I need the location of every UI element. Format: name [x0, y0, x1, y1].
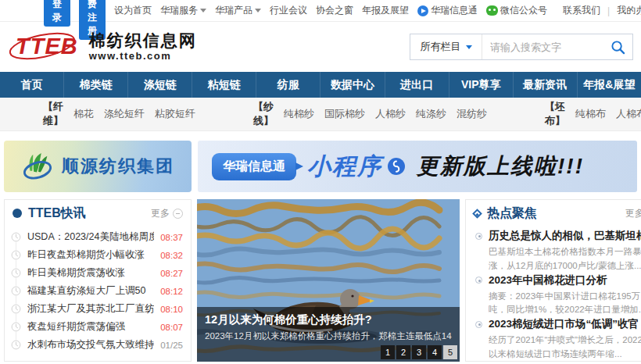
subnav-link-blended-yarn[interactable]: 混纺纱	[457, 107, 487, 121]
slider-pagination: 1 2 3 4 5	[381, 345, 457, 359]
miniprogram-ad-banner[interactable]: 华瑞信息通 小程序 更新版上线啦!!!	[198, 141, 637, 192]
login-button[interactable]: 登录	[44, 0, 70, 27]
set-homepage-link[interactable]: 设为首页	[114, 4, 152, 17]
nav-item-annual-outlook[interactable]: 年报&展望	[578, 72, 641, 98]
news-item[interactable]: 昨日美棉期货震荡收涨 08:27	[11, 264, 183, 282]
pager-page[interactable]: 3	[412, 345, 426, 359]
clock-icon	[11, 286, 21, 296]
nav-item-cotton-chain[interactable]: 棉类链	[64, 72, 128, 98]
nav-item-import-export[interactable]: 进出口	[385, 72, 449, 98]
focus-item[interactable]: 2023棉短绒进口市场“低调”收官 经历了2021年“井喷式”增长之后，2022…	[475, 317, 641, 362]
bullet-icon	[475, 277, 482, 284]
search-input[interactable]	[482, 41, 603, 53]
nav-item-vip[interactable]: VIP尊享	[449, 72, 514, 98]
subnav-link-intl-cotton-yarn[interactable]: 国际棉纱	[324, 107, 365, 121]
news-item[interactable]: 水刺布市场交投气氛大致维持 01/25	[11, 336, 183, 354]
focus-item[interactable]: 2023年中国棉花进口分析 摘要：2023年中国累计进口棉花195万吨，同比增1…	[475, 273, 641, 318]
search-icon	[611, 40, 625, 55]
huarui-products-menu[interactable]: 华瑞产品	[215, 4, 261, 17]
subnav-link-cotton-yarn[interactable]: 纯棉纱	[284, 107, 314, 121]
news-item[interactable]: 昨日夜盘郑棉期货小幅收涨 08:32	[11, 246, 183, 264]
news-item[interactable]: USDA：2023/24美陆地棉周度 08:37	[11, 228, 183, 246]
miniprogram-icon	[387, 157, 406, 176]
huarui-services-menu[interactable]: 华瑞服务	[160, 4, 206, 17]
focus-title-text: 2023年中国棉花进口分析	[489, 273, 607, 287]
pager-page[interactable]: 2	[396, 345, 410, 359]
news-time: 01/25	[160, 341, 183, 350]
annual-report-link[interactable]: 年报及展望	[362, 4, 409, 17]
pager-page[interactable]: 4	[428, 345, 442, 359]
chevron-down-icon	[200, 9, 206, 12]
news-time: 08:12	[160, 287, 183, 296]
news-time: 08:10	[160, 305, 183, 314]
contact-us-link[interactable]: 联系我们	[556, 4, 607, 17]
nav-item-polyester-chain[interactable]: 涤短链	[128, 72, 192, 98]
shunyuan-ad-banner[interactable]: 顺源纺织集团	[4, 141, 192, 192]
nav-item-latest-news[interactable]: 最新资讯	[514, 72, 578, 98]
association-window-link[interactable]: 协会之窗	[316, 4, 353, 17]
focus-title-text: 历史总是惊人的相似，巴基斯坦棉...	[489, 229, 641, 243]
slide-title[interactable]: 12月以来为何棉价重心持续抬升?	[205, 312, 452, 327]
subnav-link-cotton-fabric[interactable]: 纯棉布	[575, 107, 606, 121]
site-logo[interactable]: TTEB 棉纺织信息网 www.tteb.com	[11, 31, 197, 62]
quick-news-more-link[interactable]: 更多	[151, 207, 183, 220]
huarui-info-app-link[interactable]: 华瑞信息通	[417, 4, 478, 17]
wechat-icon	[486, 5, 498, 16]
subnav-link-cotton[interactable]: 棉花	[73, 107, 94, 121]
news-text: 昨日夜盘郑棉期货小幅收涨	[27, 248, 154, 262]
huarui-products-label: 华瑞产品	[215, 4, 252, 17]
target-diamond-icon	[472, 209, 482, 219]
bullet-icon	[475, 233, 482, 240]
page-root: { "topbar": { "login": "登录", "register":…	[0, 0, 641, 364]
subnav-link-viscose-staple[interactable]: 粘胶短纤	[155, 107, 195, 121]
pager-page[interactable]: 1	[381, 345, 395, 359]
news-text: 福建某直纺涤短大厂上调50	[27, 284, 154, 298]
hot-focus-title: 热点聚焦	[487, 205, 537, 222]
subnav-link-polyester-staple[interactable]: 涤纶短纤	[104, 107, 145, 121]
nav-item-viscose-chain[interactable]: 粘短链	[192, 72, 256, 98]
subnav-group-fiber: 【纤维】 棉花 涤纶短纤 粘胶短纤	[43, 100, 195, 128]
news-item[interactable]: 福建某直纺涤短大厂上调50 08:12	[11, 282, 183, 300]
search-category-select[interactable]: 所有栏目	[410, 34, 482, 59]
subnav-link-rayon-fabric[interactable]: 人棉布	[616, 107, 641, 121]
focus-item[interactable]: 历史总是惊人的相似，巴基斯坦棉... 巴基斯坦本土棉花价格指数本月一路暴涨，从1…	[475, 229, 641, 273]
category-strip: 【纤维】 棉花 涤纶短纤 粘胶短纤 【纱线】 纯棉纱 国际棉纱 人棉纱 纯涤纱 …	[0, 98, 641, 131]
topbar-right-links: 联系我们 | 我的办公室 | ENGLISH	[556, 4, 641, 17]
nav-item-data-center[interactable]: 数据中心	[320, 72, 385, 98]
quick-news-header: TTEB快讯 更多	[5, 200, 191, 227]
more-label: 更多	[625, 207, 641, 220]
logo-swoosh	[6, 29, 78, 63]
main-nav: 首页 棉类链 涤短链 粘短链 纺服 数据中心 进出口 VIP尊享 最新资讯 年报…	[0, 72, 641, 98]
industry-conference-link[interactable]: 行业会议	[270, 4, 307, 17]
search-button[interactable]	[603, 34, 632, 59]
news-item[interactable]: 夜盘短纤期货震荡偏强 08:07	[11, 318, 183, 336]
shunyuan-logo-icon	[21, 152, 54, 181]
focus-item-title: 2023棉短绒进口市场“低调”收官	[475, 317, 641, 331]
chevron-down-icon	[466, 45, 472, 49]
nav-item-apparel[interactable]: 纺服	[256, 72, 320, 98]
clock-icon	[11, 232, 21, 242]
news-text: 夜盘短纤期货震荡偏强	[27, 320, 154, 334]
miniprogram-banner-tag: 华瑞信息通	[212, 153, 296, 180]
quick-news-title: TTEB快讯	[28, 205, 86, 222]
news-time: 08:32	[160, 251, 183, 260]
subnav-link-polyester-yarn[interactable]: 纯涤纱	[416, 107, 446, 121]
subnav-link-rayon-yarn[interactable]: 人棉纱	[375, 107, 406, 121]
panel-dot-icon	[13, 209, 22, 218]
news-item[interactable]: 浙江某大厂及其苏北工厂直纺涤 08:10	[11, 300, 183, 318]
chevron-down-icon	[255, 9, 261, 12]
content-row: TTEB快讯 更多 USDA：2023/24美陆地棉周度 08:37 昨日夜盘郑…	[0, 199, 641, 362]
news-slider[interactable]: 12月以来为何棉价重心持续抬升? 2023年12月初以来郑棉价格重心持续抬升，郑…	[197, 199, 460, 362]
quick-news-panel: TTEB快讯 更多 USDA：2023/24美陆地棉周度 08:37 昨日夜盘郑…	[4, 199, 192, 362]
hot-focus-list: 历史总是惊人的相似，巴基斯坦棉... 巴基斯坦本土棉花价格指数本月一路暴涨，从1…	[466, 227, 641, 362]
subnav-group-label: 【坯布】	[545, 100, 565, 128]
nav-item-home[interactable]: 首页	[0, 72, 64, 98]
my-office-link[interactable]: 我的办公室	[610, 4, 641, 17]
huarui-info-app-label: 华瑞信息通	[431, 4, 478, 17]
pager-page[interactable]: 5	[443, 345, 457, 359]
wechat-official-link[interactable]: 微信公众号	[486, 4, 547, 17]
news-text: 浙江某大厂及其苏北工厂直纺涤	[27, 302, 154, 316]
focus-item-title: 历史总是惊人的相似，巴基斯坦棉...	[475, 229, 641, 243]
clock-icon	[11, 340, 21, 350]
hot-focus-more-link[interactable]: 更多	[625, 207, 641, 220]
